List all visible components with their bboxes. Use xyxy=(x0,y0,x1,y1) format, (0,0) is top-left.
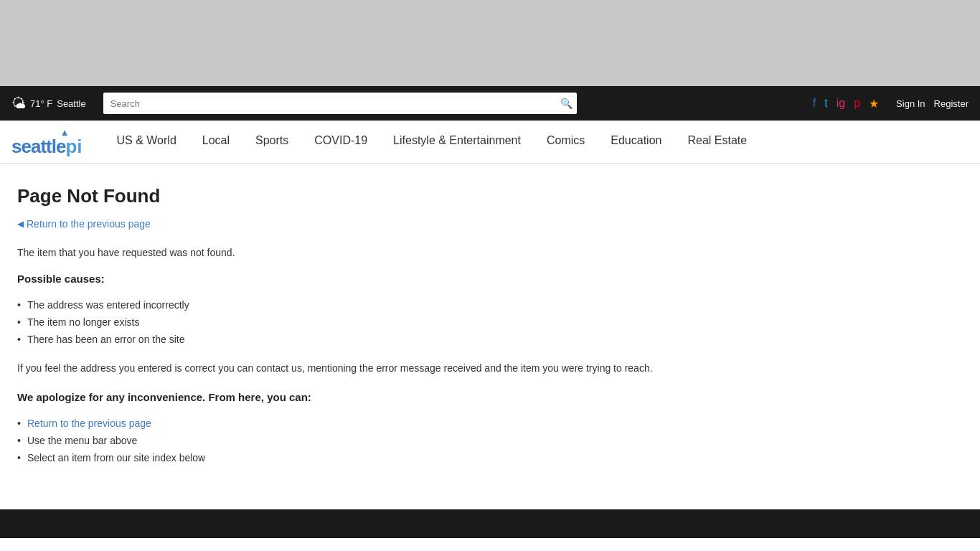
action-return-link[interactable]: Return to the previous page xyxy=(27,418,151,429)
city-name: Seattle xyxy=(57,98,85,109)
back-link-top-text: Return to the previous page xyxy=(27,218,151,230)
cause-item-1: The address was entered incorrectly xyxy=(17,296,963,314)
register-link[interactable]: Register xyxy=(934,98,969,109)
twitter-icon[interactable]: t xyxy=(824,97,827,110)
search-button[interactable]: 🔍 xyxy=(560,98,573,109)
search-input[interactable] xyxy=(103,93,577,114)
instagram-icon[interactable]: ig xyxy=(837,97,845,110)
social-icons: f t ig p ★ xyxy=(813,97,879,110)
main-content: Page Not Found ◀ Return to the previous … xyxy=(0,164,980,495)
footer-strip xyxy=(0,509,980,538)
nav-item-lifestyle[interactable]: Lifestyle & Entertainment xyxy=(380,121,534,163)
search-box[interactable]: 🔍 xyxy=(103,93,577,114)
possible-causes-heading: Possible causes: xyxy=(17,273,963,285)
page-title: Page Not Found xyxy=(17,185,963,207)
action-item-3: Select an item from our site index below xyxy=(17,449,963,466)
action-item-2: Use the menu bar above xyxy=(17,432,963,449)
nav-item-covid[interactable]: COVID-19 xyxy=(301,121,380,163)
ad-banner xyxy=(0,0,980,86)
intro-text: The item that you have requested was not… xyxy=(17,247,963,258)
action-item-1: Return to the previous page xyxy=(17,415,963,432)
back-link-top[interactable]: ◀ Return to the previous page xyxy=(17,218,151,230)
sign-in-link[interactable]: Sign In xyxy=(896,98,925,109)
cause-item-3: There has been an error on the site xyxy=(17,331,963,348)
nav-bar: ▲ seattlepi US & World Local Sports COVI… xyxy=(0,121,980,164)
nav-item-real-estate[interactable]: Real Estate xyxy=(674,121,760,163)
rss-icon[interactable]: ★ xyxy=(869,97,879,110)
top-bar: 🌤 71° F Seattle 🔍 f t ig p ★ Sign In Reg… xyxy=(0,86,980,121)
main-nav: US & World Local Sports COVID-19 Lifesty… xyxy=(104,121,760,163)
nav-item-sports[interactable]: Sports xyxy=(242,121,301,163)
apology-heading: We apologize for any inconvenience. From… xyxy=(17,391,963,403)
back-arrow-icon: ◀ xyxy=(17,219,24,229)
nav-item-local[interactable]: Local xyxy=(189,121,242,163)
facebook-icon[interactable]: f xyxy=(813,97,816,110)
site-logo[interactable]: ▲ seattlepi xyxy=(11,128,83,156)
actions-list: Return to the previous page Use the menu… xyxy=(17,415,963,466)
weather-icon: 🌤 xyxy=(11,95,26,112)
nav-item-education[interactable]: Education xyxy=(598,121,674,163)
auth-links: Sign In Register xyxy=(896,98,969,109)
causes-list: The address was entered incorrectly The … xyxy=(17,296,963,348)
nav-item-comics[interactable]: Comics xyxy=(534,121,598,163)
pinterest-icon[interactable]: p xyxy=(854,97,860,110)
cause-item-2: The item no longer exists xyxy=(17,314,963,331)
logo-seattle-text: seattle xyxy=(11,136,65,157)
temperature: 71° F xyxy=(30,98,52,109)
nav-item-us-world[interactable]: US & World xyxy=(104,121,189,163)
contact-text: If you feel the address you entered is c… xyxy=(17,362,963,374)
weather-widget: 🌤 71° F Seattle xyxy=(11,95,86,112)
logo-pi-text: pi xyxy=(65,136,82,157)
